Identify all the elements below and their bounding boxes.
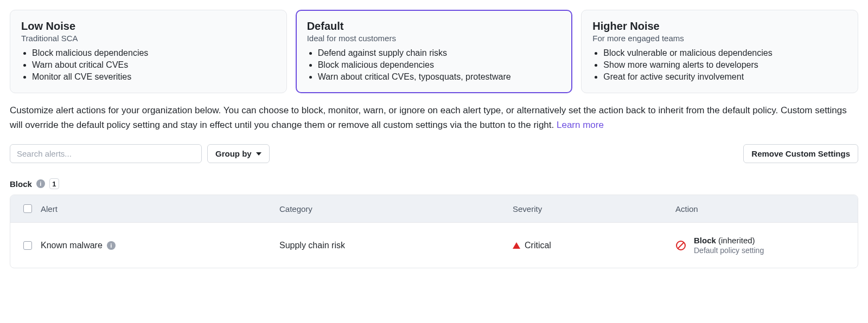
info-icon[interactable]: i <box>36 179 45 188</box>
policy-subtitle: Traditional SCA <box>21 34 276 43</box>
policy-bullet: Block malicious dependencies <box>318 60 561 70</box>
policy-bullet: Block malicious dependencies <box>32 48 276 58</box>
table-header-row: Alert Category Severity Action <box>10 195 858 223</box>
info-icon[interactable]: i <box>107 241 116 250</box>
policy-bullet: Warn about critical CVEs, typosquats, pr… <box>318 72 561 82</box>
alert-name: Known malware <box>41 241 103 250</box>
policy-bullets: Block malicious dependencies Warn about … <box>21 48 276 82</box>
header-alert: Alert <box>41 204 279 214</box>
alerts-table: Alert Category Severity Action Known mal… <box>10 195 858 268</box>
section-count: 1 <box>49 178 59 189</box>
section-label-text: Block <box>10 179 32 189</box>
section-header: Block i 1 <box>10 178 858 189</box>
severity-label: Critical <box>525 241 551 250</box>
action-suffix: (inherited) <box>718 236 755 245</box>
policy-card-low-noise[interactable]: Low Noise Traditional SCA Block maliciou… <box>10 10 287 93</box>
search-input[interactable] <box>10 144 202 163</box>
policy-bullet: Warn about critical CVEs <box>32 60 276 70</box>
action-label: Block <box>694 236 716 245</box>
controls-row: Group by Remove Custom Settings <box>10 144 858 163</box>
description-body: Customize alert actions for your organiz… <box>10 105 847 130</box>
policy-bullet: Block vulnerable or malicious dependenci… <box>603 48 847 58</box>
svg-line-1 <box>678 242 684 248</box>
header-category: Category <box>279 204 513 214</box>
header-action: Action <box>675 204 847 214</box>
policy-bullet: Monitor all CVE severities <box>32 72 276 82</box>
policy-subtitle: Ideal for most customers <box>307 34 561 43</box>
remove-custom-settings-button[interactable]: Remove Custom Settings <box>743 144 858 163</box>
policy-bullets: Block vulnerable or malicious dependenci… <box>592 48 847 82</box>
action-sub: Default policy setting <box>694 246 764 255</box>
row-checkbox[interactable] <box>23 241 32 250</box>
select-all-checkbox[interactable] <box>23 204 32 213</box>
block-icon <box>675 240 686 251</box>
policy-title: Low Noise <box>21 20 276 33</box>
policy-cards: Low Noise Traditional SCA Block maliciou… <box>10 10 858 93</box>
policy-title: Higher Noise <box>592 20 847 33</box>
header-severity: Severity <box>513 204 675 214</box>
remove-custom-label: Remove Custom Settings <box>751 149 850 158</box>
policy-card-higher-noise[interactable]: Higher Noise For more engaged teams Bloc… <box>581 10 858 93</box>
policy-bullet: Great for active security involvement <box>603 72 847 82</box>
table-row: Known malware i Supply chain risk Critic… <box>10 223 858 268</box>
policy-card-default[interactable]: Default Ideal for most customers Defend … <box>296 10 573 93</box>
policy-title: Default <box>307 20 561 33</box>
policy-bullet: Show more warning alerts to developers <box>603 60 847 70</box>
chevron-down-icon <box>256 152 261 156</box>
group-by-button[interactable]: Group by <box>207 144 270 163</box>
learn-more-link[interactable]: Learn more <box>557 120 604 130</box>
policy-subtitle: For more engaged teams <box>592 34 847 43</box>
action-cell[interactable]: Block (inherited) Default policy setting <box>694 236 764 255</box>
severity-triangle-icon <box>513 242 520 249</box>
group-by-label: Group by <box>215 149 252 158</box>
description-text: Customize alert actions for your organiz… <box>10 103 858 132</box>
alert-category: Supply chain risk <box>279 241 513 250</box>
policy-bullet: Defend against supply chain risks <box>318 48 561 58</box>
policy-bullets: Defend against supply chain risks Block … <box>307 48 561 82</box>
